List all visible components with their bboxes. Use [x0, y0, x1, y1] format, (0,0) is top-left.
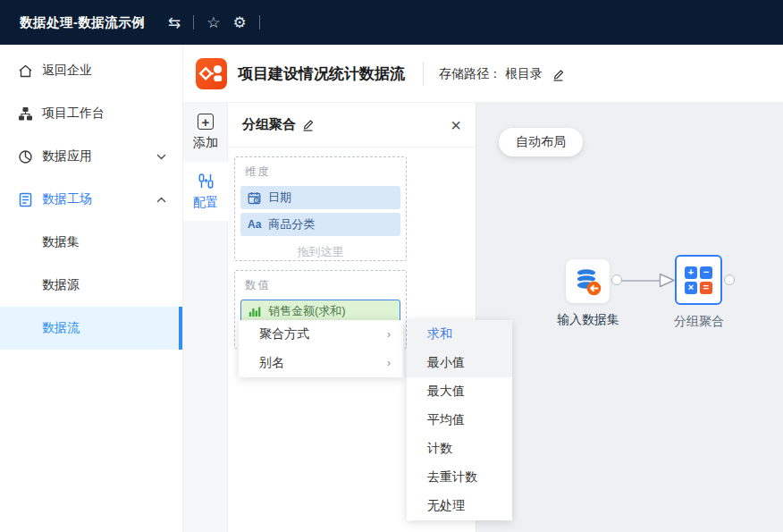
sidebar-item-label: 项目工作台 [42, 106, 105, 122]
sidebar-item-dataset[interactable]: 数据集 [0, 221, 182, 264]
window-title: 数据处理-数据流示例 [20, 14, 145, 31]
submenu-item-distinct-count[interactable]: 去重计数 [407, 463, 512, 492]
sidebar-item-label: 数据源 [42, 277, 80, 293]
sidebar-item-label: 数据集 [42, 234, 80, 250]
submenu-item-count[interactable]: 计数 [407, 435, 512, 463]
storage-path-value: 根目录 [505, 66, 543, 82]
dimension-label: 维度 [245, 165, 400, 180]
plus-square-icon: + [198, 114, 214, 130]
dataflow-app-icon [196, 58, 227, 89]
node-label-group-aggregation: 分组聚合 [674, 314, 724, 330]
sidebar-item-data-factory[interactable]: 数据工场 [0, 178, 182, 221]
submenu-item-max[interactable]: 最大值 [407, 377, 512, 406]
header-divider [423, 62, 424, 86]
topbar-icon-group: ⇆ ☆ ⚙ [168, 15, 260, 30]
field-context-menu: 聚合方式 › 别名 › [239, 320, 403, 377]
add-node-button[interactable]: + 添加 [183, 103, 228, 162]
pie-chart-icon [18, 149, 33, 165]
node-config-title: 分组聚合 [242, 116, 296, 133]
equals-op-icon: = [700, 282, 712, 294]
sidebar: 返回企业 项目工作台 数据应用 数据工场 数据集 数据源 [0, 45, 183, 532]
plus-op-icon: + [685, 266, 697, 279]
calendar-icon [248, 191, 261, 205]
favorite-star-icon[interactable]: ☆ [206, 15, 220, 30]
menu-item-aggregation-method[interactable]: 聚合方式 › [239, 320, 403, 349]
sidebar-item-datasource[interactable]: 数据源 [0, 264, 182, 307]
tool-rail: + 添加 配置 [183, 103, 228, 532]
sitemap-icon [18, 106, 33, 122]
document-header: 项目建设情况统计数据流 存储路径： 根目录 [183, 45, 783, 103]
chevron-down-icon [156, 152, 166, 162]
submenu-arrow-icon: › [387, 328, 391, 341]
field-name: 销售金额(求和) [268, 303, 346, 319]
flow-canvas[interactable]: 自动布局 + − × = 输入数据集 分组聚合 [476, 103, 783, 532]
submenu-item-no-processing[interactable]: 无处理 [407, 492, 512, 520]
submenu-item-average[interactable]: 平均值 [407, 406, 512, 435]
config-label: 配置 [193, 195, 218, 211]
node2-output-port[interactable] [724, 274, 735, 285]
field-name: 日期 [268, 190, 291, 206]
dimension-field-category[interactable]: Aa 商品分类 [240, 213, 400, 236]
storage-path: 存储路径： 根目录 [439, 66, 565, 82]
text-type-icon: Aa [248, 218, 261, 231]
edit-path-icon[interactable] [551, 68, 565, 81]
database-icon [574, 266, 602, 297]
rename-node-icon[interactable] [301, 118, 315, 131]
sidebar-item-label: 数据流 [42, 320, 80, 336]
swap-icon[interactable]: ⇆ [168, 15, 181, 30]
settings-gear-icon[interactable]: ⚙ [233, 15, 247, 30]
submenu-arrow-icon: › [387, 357, 391, 369]
home-icon [18, 63, 33, 79]
close-panel-icon[interactable]: × [450, 116, 461, 134]
submenu-item-sum[interactable]: 求和 [407, 320, 512, 349]
top-bar: 数据处理-数据流示例 ⇆ ☆ ⚙ [0, 0, 783, 45]
sidebar-item-label: 返回企业 [42, 63, 92, 79]
sidebar-item-back-to-enterprise[interactable]: 返回企业 [0, 49, 182, 92]
calculator-icon: + − × = [685, 266, 712, 294]
menu-item-alias[interactable]: 别名 › [239, 349, 403, 377]
topbar-divider [193, 15, 194, 30]
dataflow-title: 项目建设情况统计数据流 [238, 63, 405, 84]
config-tab-button[interactable]: 配置 [183, 162, 228, 221]
data-factory-icon [18, 192, 33, 207]
multiply-op-icon: × [685, 282, 697, 294]
node-label-input-dataset: 输入数据集 [557, 312, 619, 328]
sidebar-item-dataflow[interactable]: 数据流 [0, 307, 182, 350]
dimension-field-date[interactable]: 日期 [240, 186, 400, 209]
flow-edge [621, 280, 663, 282]
menu-item-label: 别名 [259, 355, 284, 371]
dimension-dropzone[interactable]: 维度 日期 Aa 商品分类 拖到这里 [234, 156, 407, 261]
add-label: 添加 [193, 135, 218, 151]
node-group-aggregation[interactable]: + − × = [675, 255, 722, 305]
node-input-dataset[interactable] [566, 259, 610, 303]
auto-layout-button[interactable]: 自动布局 [499, 128, 583, 156]
measure-label: 数值 [245, 278, 400, 293]
minus-op-icon: − [700, 266, 712, 279]
sliders-icon [198, 173, 215, 190]
storage-path-label: 存储路径： [439, 66, 501, 82]
sidebar-item-data-application[interactable]: 数据应用 [0, 135, 182, 178]
config-panel-header: 分组聚合 × [228, 103, 476, 148]
sidebar-item-label: 数据工场 [42, 191, 92, 207]
drop-here-placeholder: 拖到这里 [240, 240, 400, 260]
topbar-divider [259, 15, 260, 30]
aggregation-submenu: 求和 最小值 最大值 平均值 计数 去重计数 无处理 [407, 320, 512, 520]
menu-item-label: 聚合方式 [259, 326, 309, 342]
chevron-up-icon [156, 195, 166, 205]
submenu-item-min[interactable]: 最小值 [407, 349, 512, 377]
bar-chart-icon [248, 305, 261, 317]
sidebar-item-label: 数据应用 [42, 148, 92, 165]
edge-arrowhead-icon [659, 273, 676, 288]
sidebar-item-project-workbench[interactable]: 项目工作台 [0, 92, 182, 135]
field-name: 商品分类 [268, 216, 315, 232]
